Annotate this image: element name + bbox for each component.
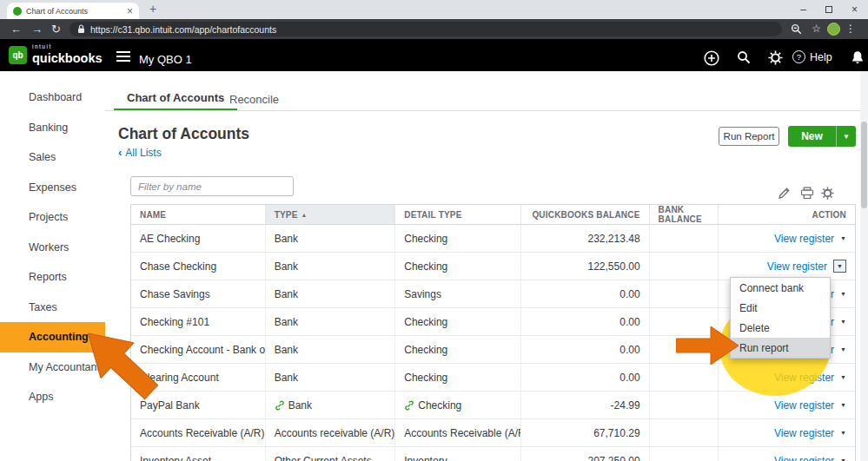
account-type-cell: Bank [266,336,396,363]
row-context-menu: Connect bank Edit Delete Run report [730,277,831,359]
column-header-action: ACTION [719,205,855,224]
sidebar-item-banking[interactable]: Banking [0,113,105,143]
action-cell: View register ▼ [719,253,855,280]
new-button[interactable]: New ▼ [788,126,856,147]
company-name: My QBO 1 [139,53,192,66]
row-actions-caret-icon[interactable]: ▼ [840,402,846,408]
row-actions-caret-icon[interactable]: ▼ [840,346,846,352]
action-cell: View register ▼ [719,447,855,461]
column-header-bank-balance[interactable]: BANK BALANCE [650,205,719,224]
detail-type-cell: Checking [395,225,521,252]
quickbooks-brand-label: quickbooks [32,52,103,65]
view-register-link[interactable]: View register [774,399,834,412]
hamburger-menu-icon[interactable] [116,51,130,64]
browser-menu-icon[interactable]: ⋮ [845,23,856,35]
window-minimize-button[interactable]: – [800,3,806,16]
address-bar[interactable]: https://c31.qbo.intuit.com/app/chartofac… [70,22,782,36]
create-plus-icon[interactable] [704,50,719,69]
bank-balance-cell [650,447,719,461]
menu-item-run-report[interactable]: Run report [731,338,830,358]
sidebar-item-sales[interactable]: Sales [0,142,105,173]
row-actions-caret-icon[interactable]: ▼ [840,319,846,325]
account-type-cell: Accounts receivable (A/R) [266,419,396,446]
account-type-cell: Bank [266,253,396,280]
account-type-cell: Bank [266,392,396,418]
detail-type-cell: Checking [395,336,521,363]
back-icon[interactable]: ← [10,23,22,36]
account-name-cell: Chase Checking [131,253,266,280]
sidebar-item-workers[interactable]: Workers [0,233,105,263]
view-register-link[interactable]: View register [774,455,834,461]
detail-type-cell: Inventory [395,447,521,461]
gear-icon[interactable] [768,50,783,69]
help-button[interactable]: ? Help [792,50,832,63]
column-header-type[interactable]: TYPE ▲ [266,205,396,224]
row-actions-caret-icon[interactable]: ▼ [840,374,846,380]
column-header-detail-type[interactable]: DETAIL TYPE [395,205,521,224]
all-lists-link[interactable]: ‹ All Lists [118,146,162,159]
filter-by-name-input[interactable] [130,176,294,196]
sidebar-item-dashboard[interactable]: Dashboard [0,82,105,113]
profile-avatar[interactable] [827,23,840,36]
bank-balance-cell [650,364,719,391]
sidebar-item-apps[interactable]: Apps [0,382,105,412]
window-close-button[interactable]: × [851,3,858,16]
view-register-link[interactable]: View register [774,233,834,245]
window-maximize-button[interactable] [825,3,832,16]
account-type-cell: Bank [266,225,396,252]
tab-chart-of-accounts[interactable]: Chart of Accounts [114,87,237,111]
forward-icon[interactable]: → [31,23,43,36]
action-cell: View register ▼ [719,392,855,418]
notifications-bell-icon[interactable] [851,50,865,69]
menu-item-edit[interactable]: Edit [731,298,830,318]
https-lock-icon [77,24,85,34]
scrollbar-thumb[interactable] [861,122,867,208]
qb-balance-cell: 0.00 [521,364,650,391]
row-actions-caret-icon[interactable]: ▼ [840,291,846,297]
row-actions-caret-active[interactable]: ▼ [833,260,846,273]
print-icon[interactable] [800,187,814,203]
table-settings-gear-icon[interactable] [821,187,834,203]
view-register-link[interactable]: View register [767,260,827,273]
browser-tab[interactable]: Chart of Accounts × [7,3,139,19]
sidebar-item-expenses[interactable]: Expenses [0,173,105,203]
edit-pencil-icon[interactable] [778,187,791,203]
row-actions-caret-icon[interactable]: ▼ [840,458,846,461]
detail-type-cell: Savings [395,280,521,307]
bookmark-star-icon[interactable]: ☆ [812,23,821,35]
tab-reconcile[interactable]: Reconcile [229,87,279,111]
reload-icon[interactable]: ↻ [51,23,61,36]
account-name-cell: Chase Savings [131,280,266,307]
column-header-name[interactable]: NAME [131,205,266,224]
sidebar-nav: Dashboard Banking Sales Expenses Project… [0,71,105,461]
qb-balance-cell: 67,710.29 [521,419,650,446]
new-tab-button[interactable]: + [149,2,156,16]
url-text: https://c31.qbo.intuit.com/app/chartofac… [90,24,276,35]
menu-item-delete[interactable]: Delete [731,318,830,338]
run-report-button[interactable]: Run Report [719,127,779,146]
account-name-cell: Checking #101 [131,308,266,335]
account-name-cell: Accounts Receivable (A/R) [131,419,266,446]
view-register-link[interactable]: View register [774,427,834,439]
table-row: Inventory Asset Other Current Assets Inv… [131,447,855,461]
bank-balance-cell [650,392,719,418]
column-header-quickbooks-balance[interactable]: QUICKBOOKS BALANCE [521,205,650,224]
quickbooks-favicon-icon [13,7,22,16]
all-lists-label: All Lists [125,147,161,159]
search-icon[interactable] [737,50,751,68]
menu-item-connect-bank[interactable]: Connect bank [731,278,830,298]
sidebar-item-projects[interactable]: Projects [0,202,105,233]
qb-balance-cell: 122,550.00 [521,253,650,280]
sidebar-item-taxes[interactable]: Taxes [0,293,105,323]
page-title: Chart of Accounts [118,125,249,143]
tab-close-icon[interactable]: × [127,5,133,17]
new-button-label: New [788,130,836,142]
row-actions-caret-icon[interactable]: ▼ [840,430,846,436]
row-actions-caret-icon[interactable]: ▼ [840,235,846,241]
sidebar-item-reports[interactable]: Reports [0,262,105,293]
sort-ascending-icon: ▲ [301,212,308,218]
new-button-caret-icon[interactable]: ▼ [837,133,856,141]
account-type-label: Bank [288,399,312,412]
zoom-indicator-icon[interactable] [791,23,802,38]
bank-balance-cell [650,419,719,446]
